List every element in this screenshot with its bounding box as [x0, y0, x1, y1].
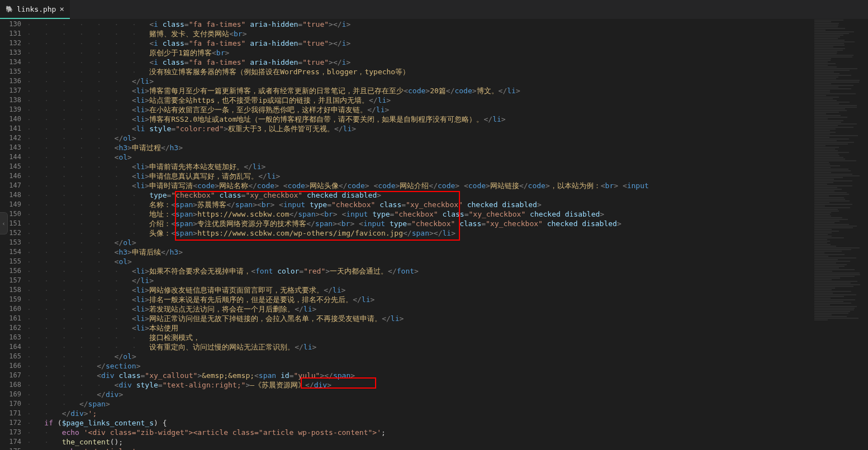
line-number: 144	[2, 152, 21, 162]
code-line[interactable]: · · echo '<div class="zib-widget"><artic…	[27, 428, 812, 437]
side-panel-handle[interactable]: ‹	[0, 212, 8, 234]
code-line[interactable]: · · · · · </ol>	[27, 133, 812, 143]
code-line[interactable]: · · · · · · <li>如果不符合要求会无视掉申请，<font colo…	[27, 266, 812, 276]
line-number: 153	[2, 238, 21, 247]
minimap[interactable]	[812, 20, 868, 450]
tab-bar: 🐘 links.php ×	[0, 0, 868, 20]
code-line[interactable]: · · · · · · <li>站点需要全站https，也不接受带ip或端口的链…	[27, 95, 812, 105]
code-line[interactable]: · · · · · <h3>申请后续</h3>	[27, 247, 812, 257]
line-number: 142	[2, 133, 21, 143]
code-line[interactable]: · · · · <div class="xy_callout">&emsp;&e…	[27, 371, 812, 380]
code-line[interactable]: · · · · · · · 原创少于1篇的博客<br>	[27, 48, 812, 58]
code-line[interactable]: · · · · · · · 赌博、发卡、支付类网站<br>	[27, 29, 812, 39]
code-line[interactable]: · · · · · · <li>排名一般来说是有先后顺序的，但是还是要说，排名不…	[27, 295, 812, 304]
line-number: 158	[2, 285, 21, 295]
line-number: 172	[2, 418, 21, 428]
code-line[interactable]: · · · · · · <li>网站修改友链信息请申请页面留言即可，无格式要求。…	[27, 285, 812, 295]
line-number: 139	[2, 105, 21, 114]
line-number: 161	[2, 314, 21, 323]
line-number: 134	[2, 58, 21, 67]
line-number-gutter[interactable]: 1301311321331341351361371381391401411421…	[0, 20, 27, 450]
code-line[interactable]: · · · · · · <li>申请前请先将本站友链加好。</li>	[27, 162, 812, 171]
code-line[interactable]: · · · </span>	[27, 399, 812, 409]
line-number: 163	[2, 333, 21, 342]
line-number: 154	[2, 247, 21, 257]
code-line[interactable]: · · · · · · · 名称：<span>苏晨博客</span><br> <…	[27, 200, 812, 209]
line-number: 167	[2, 371, 21, 380]
line-number: 156	[2, 266, 21, 276]
code-line[interactable]: · · · · · · · 设有重定向、访问过慢的网站无法正常识别。</li>	[27, 342, 812, 352]
close-icon[interactable]: ×	[59, 4, 64, 13]
code-line[interactable]: · · </div>';	[27, 409, 812, 418]
code-line[interactable]: · · · · · · <li>博客需每月至少有一篇更新博客，或者有经常更新的日…	[27, 86, 812, 95]
chevron-left-icon: ‹	[2, 221, 5, 227]
line-number: 145	[2, 162, 21, 171]
line-number: 147	[2, 181, 21, 190]
line-number: 173	[2, 428, 21, 437]
tab-filename: links.php	[17, 5, 56, 13]
code-line[interactable]: · · · · · · · 地址：<span>https://www.scbkw…	[27, 209, 812, 219]
line-number: 131	[2, 29, 21, 39]
code-line[interactable]: · · · · · · <li>网站正常访问但是无故下掉链接的，会拉入黑名单，不…	[27, 314, 812, 323]
code-line[interactable]: · · · · · · <li style="color:red">权重大于3，…	[27, 124, 812, 133]
code-line[interactable]: · · · · · · <li>若发现站点无法访问，将会在一个月后删除。</li…	[27, 304, 812, 314]
code-line[interactable]: · · · · · · · 介绍：<span>专注优质网络资源分享的技术博客</…	[27, 219, 812, 228]
code-line[interactable]: · · · · · </ol>	[27, 238, 812, 247]
line-number: 149	[2, 200, 21, 209]
code-line[interactable]: · · · · </div>	[27, 390, 812, 399]
line-number: 140	[2, 114, 21, 124]
line-number: 166	[2, 361, 21, 371]
line-number: 146	[2, 171, 21, 181]
line-number: 138	[2, 95, 21, 105]
line-number: 159	[2, 295, 21, 304]
code-line[interactable]: · · · · · <ol>	[27, 257, 812, 266]
line-number: 171	[2, 409, 21, 418]
line-number: 160	[2, 304, 21, 314]
code-line[interactable]: · · · · · <div style="text-align:right;"…	[27, 380, 812, 390]
line-number: 141	[2, 124, 21, 133]
editor: 1301311321331341351361371381391401411421…	[0, 20, 868, 450]
line-number: 157	[2, 276, 21, 285]
minimap-content	[814, 20, 866, 321]
code-line[interactable]: · · · · · · · 接口检测模式，	[27, 333, 812, 342]
code-area[interactable]: · · · · · · · <i class="fa fa-times" ari…	[27, 20, 812, 450]
line-number: 143	[2, 143, 21, 152]
line-number: 155	[2, 257, 21, 266]
code-line[interactable]: · · · · · · · 没有独立博客服务器的博客（例如搭设在WordPres…	[27, 67, 812, 76]
code-line[interactable]: · · the_content();	[27, 437, 812, 447]
code-line[interactable]: · · · · · · · <i class="fa fa-times" ari…	[27, 20, 812, 29]
code-line[interactable]: · · · · · · · <i class="fa fa-times" ari…	[27, 39, 812, 48]
code-line[interactable]: · · · · · <ol>	[27, 152, 812, 162]
code-line[interactable]: · · · · </section>	[27, 361, 812, 371]
line-number: 164	[2, 342, 21, 352]
line-number: 175	[2, 447, 21, 450]
line-number: 148	[2, 190, 21, 200]
code-line[interactable]: · · · · · · <li>申请时请写清<code>网站名称</code> …	[27, 181, 812, 190]
code-line[interactable]: · · · · · <h3>申请过程</h3>	[27, 143, 812, 152]
line-number: 169	[2, 390, 21, 399]
line-number: 135	[2, 67, 21, 76]
line-number: 165	[2, 352, 21, 361]
line-number: 133	[2, 48, 21, 58]
code-line[interactable]: · · · · · · </li>	[27, 276, 812, 285]
line-number: 137	[2, 86, 21, 95]
line-number: 136	[2, 76, 21, 86]
line-number: 174	[2, 437, 21, 447]
code-line[interactable]: · · · · · · · 头像：<span>https://www.scbkw…	[27, 228, 812, 238]
php-icon: 🐘	[6, 5, 13, 13]
code-line[interactable]: · · · · · · <li>本站使用	[27, 323, 812, 333]
code-line[interactable]: · if ($page_links_content_s) {	[27, 418, 812, 428]
line-number: 168	[2, 380, 21, 390]
code-line[interactable]: · · · · · · <li>博客有RSS2.0地址或atom地址（一般的博客…	[27, 114, 812, 124]
code-line[interactable]: · · · · · · · <i class="fa fa-times" ari…	[27, 58, 812, 67]
line-number: 130	[2, 20, 21, 29]
file-tab[interactable]: 🐘 links.php ×	[0, 0, 70, 19]
line-number: 162	[2, 323, 21, 333]
code-line[interactable]: · · · · · · · type="checkbox" class="xy_…	[27, 190, 812, 200]
code-line[interactable]: · · · · · · <li>在小站有效留言至少一条，至少我得熟悉你吧，这样才…	[27, 105, 812, 114]
line-number: 132	[2, 39, 21, 48]
code-line[interactable]: · · · · · · <li>申请信息真认真写好，请勿乱写。</li>	[27, 171, 812, 181]
code-line[interactable]: · · · · · · </li>	[27, 76, 812, 86]
code-line[interactable]: · · · · · </ol>	[27, 352, 812, 361]
code-line[interactable]: · · echo '</article>';	[27, 447, 812, 450]
